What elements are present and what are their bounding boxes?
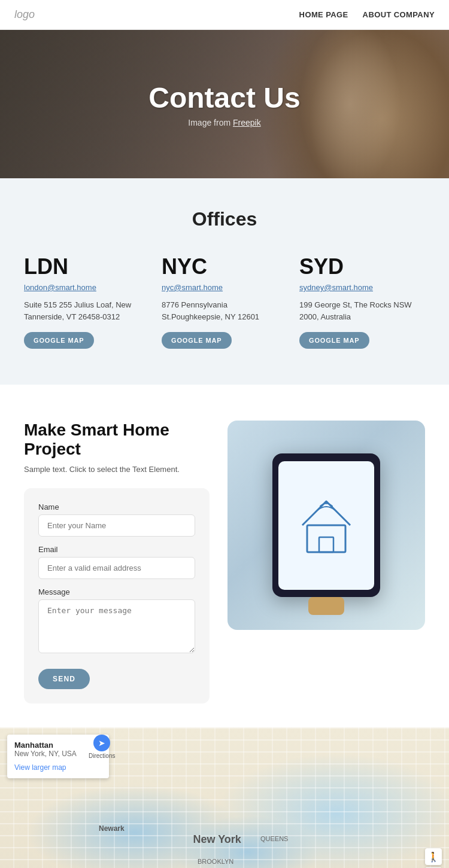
freepik-link[interactable]: Freepik (233, 118, 261, 127)
logo: logo (14, 8, 35, 21)
tablet-stand (308, 597, 344, 615)
office-email-nyc[interactable]: nyc@smart.home (162, 283, 287, 292)
hero-title: Contact Us (148, 81, 300, 114)
view-larger-map-link[interactable]: View larger map (14, 763, 66, 772)
nav-home-page[interactable]: HOME PAGE (299, 10, 348, 19)
office-card-syd: SYD sydney@smart.home 199 George St, The… (299, 254, 425, 349)
map-label-new-york: New York (193, 833, 241, 846)
contact-section: Make Smart Home Project Sample text. Cli… (0, 385, 449, 727)
google-map-btn-ldn[interactable]: GOOGLE MAP (24, 332, 94, 349)
hero-section: Contact Us Image from Freepik (0, 30, 449, 178)
tablet-mockup (272, 453, 380, 597)
svg-rect-0 (307, 525, 345, 552)
google-map-btn-syd[interactable]: GOOGLE MAP (299, 332, 369, 349)
email-input[interactable] (38, 557, 195, 579)
email-group: Email (38, 545, 195, 579)
smart-home-image (227, 421, 425, 630)
offices-grid: LDN london@smart.home Suite 515 255 Juli… (24, 254, 425, 349)
smart-home-image-area (227, 421, 425, 630)
office-email-syd[interactable]: sydney@smart.home (299, 283, 425, 292)
message-label: Message (38, 587, 195, 596)
send-button[interactable]: SEND (38, 669, 90, 689)
nav-about-company[interactable]: ABOUT COMPANY (363, 10, 435, 19)
office-address-ldn: Suite 515 255 Julius Loaf, New Tannersid… (24, 299, 150, 322)
office-city-syd: SYD (299, 254, 425, 279)
contact-subtext: Sample text. Click to select the Text El… (24, 465, 210, 474)
svg-rect-1 (319, 537, 333, 552)
office-card-nyc: NYC nyc@smart.home 8776 Pennsylvania St.… (162, 254, 287, 349)
form-card: Name Email Message SEND (24, 488, 210, 703)
contact-form-area: Make Smart Home Project Sample text. Cli… (24, 421, 210, 703)
office-city-nyc: NYC (162, 254, 287, 279)
smart-home-icon (296, 492, 356, 558)
map-label-queens: QUEENS (260, 835, 288, 842)
directions-icon: ➤ (93, 735, 110, 751)
directions-label: Directions (89, 753, 115, 759)
name-group: Name (38, 502, 195, 537)
office-card-ldn: LDN london@smart.home Suite 515 255 Juli… (24, 254, 150, 349)
office-address-syd: 199 George St, The Rocks NSW 2000, Austr… (299, 299, 425, 322)
offices-section: Offices LDN london@smart.home Suite 515 … (0, 178, 449, 385)
name-input[interactable] (38, 514, 195, 537)
map-label-newark: Newark (99, 824, 125, 833)
office-address-nyc: 8776 Pennsylvania St.Poughkeepsie, NY 12… (162, 299, 287, 322)
hero-subtitle: Image from Freepik (148, 118, 300, 127)
office-email-ldn[interactable]: london@smart.home (24, 283, 150, 292)
navbar: logo HOME PAGE ABOUT COMPANY (0, 0, 449, 30)
google-map-btn-nyc[interactable]: GOOGLE MAP (162, 332, 232, 349)
office-city-ldn: LDN (24, 254, 150, 279)
pegman-icon[interactable]: 🚶 (425, 848, 442, 865)
contact-heading: Make Smart Home Project (24, 421, 210, 459)
message-group: Message (38, 587, 195, 656)
map-section: New York Newark BROOKLYN QUEENS Manhatta… (0, 727, 449, 868)
tablet-screen (278, 461, 374, 590)
email-label: Email (38, 545, 195, 554)
map-label-brooklyn: BROOKLYN (198, 858, 233, 865)
directions-button[interactable]: ➤ Directions (89, 735, 115, 759)
svg-point-2 (325, 501, 328, 504)
nav-links: HOME PAGE ABOUT COMPANY (299, 10, 435, 19)
offices-title: Offices (24, 208, 425, 230)
name-label: Name (38, 502, 195, 511)
message-textarea[interactable] (38, 599, 195, 653)
hero-content: Contact Us Image from Freepik (148, 81, 300, 127)
